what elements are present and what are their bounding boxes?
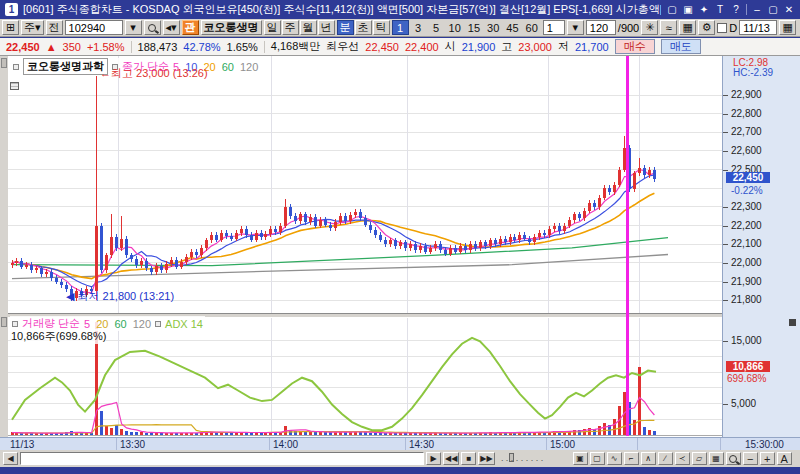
price-axis-tick: 21,800 <box>731 294 762 305</box>
collapse-icon[interactable] <box>13 64 19 70</box>
price-change-pct: +1.58% <box>87 41 125 53</box>
open-price: 21,900 <box>462 41 496 53</box>
play-button[interactable]: ▶ <box>426 452 441 465</box>
period-btn-년[interactable]: 년 <box>318 20 335 35</box>
stock-code-input[interactable]: 102940 <box>65 20 123 35</box>
draw-tool-icon-6[interactable]: ≺ <box>675 452 690 465</box>
volume-ma-5-label: 5 <box>84 318 90 330</box>
window-title: [0601] 주식종합차트 - KOSDAQ 외국인보유[450(천)] 주식수… <box>23 2 661 17</box>
grid-toggle-icon[interactable] <box>10 82 19 90</box>
period-btn-주[interactable]: 주 <box>282 20 299 35</box>
calendar-icon[interactable]: ▦ <box>779 20 796 35</box>
search-icon[interactable] <box>144 20 161 35</box>
app-window: 1 [0601] 주식종합차트 - KOSDAQ 외국인보유[450(천)] 주… <box>0 0 800 474</box>
draw-tool-icon-8[interactable]: ▦ <box>709 452 724 465</box>
chart-toolbar: ⊞ 주▾ 전 102940 ▾ ◂▾ 관 코오롱생명 일주월년 분초틱 1351… <box>0 19 800 37</box>
maximize-button[interactable]: ▢ <box>767 4 779 15</box>
collapse-icon[interactable] <box>12 321 18 327</box>
draw-tool-icon-7[interactable]: ▱ <box>692 452 707 465</box>
minute-btn-5[interactable]: 5 <box>428 20 445 35</box>
volume-axis-menu-icon[interactable] <box>789 319 796 326</box>
chart-cursor-line[interactable] <box>626 56 629 436</box>
window-control-icon[interactable]: T <box>714 4 726 15</box>
save-icon[interactable]: ▦ <box>679 20 696 35</box>
freq-btn-초[interactable]: 초 <box>355 20 372 35</box>
stop-button[interactable]: ■ <box>461 452 476 465</box>
window-control-icon[interactable]: ▣ <box>682 4 694 15</box>
current-volume-marker-pct: 699.68% <box>727 373 766 384</box>
forward-button[interactable]: ▶▶ <box>478 452 494 465</box>
panel-handle-price[interactable] <box>1 58 7 68</box>
window-control-icon[interactable]: ✦ <box>698 4 710 15</box>
minute-btn-1[interactable]: 1 <box>392 20 409 35</box>
left-arrow-icon: ← <box>100 67 111 79</box>
window-control-icon[interactable]: ? <box>730 4 742 15</box>
watchlist-button[interactable]: 관 <box>182 20 199 35</box>
window-bottom-border <box>0 467 800 474</box>
volume-ma-120-label: 120 <box>133 318 151 330</box>
minute-btn-30[interactable]: 30 <box>484 20 502 35</box>
minimize-button[interactable]: – <box>751 4 763 15</box>
d-checkbox-label: D <box>729 22 737 34</box>
freq-btn-분[interactable]: 분 <box>337 20 354 35</box>
price-axis-tick: 22,800 <box>731 108 762 119</box>
zoom-tool-icon[interactable] <box>726 452 741 465</box>
scroll-left-button[interactable]: ◀ <box>3 452 18 465</box>
bar-count-input[interactable]: 120 <box>586 20 616 35</box>
rewind-button[interactable]: ◀◀ <box>443 452 459 465</box>
window-control-separator <box>746 4 747 15</box>
period-btn-월[interactable]: 월 <box>300 20 317 35</box>
date-input[interactable]: 11/13 <box>739 20 777 35</box>
window-controls: ▢▣✦T?–▢✕ <box>666 4 795 15</box>
legend-stock-name: 코오롱생명과학 <box>23 58 108 75</box>
price-ma-120-label: 120 <box>240 61 258 73</box>
draw-tool-icon-0[interactable]: ▣ <box>573 452 588 465</box>
settings-gear-icon[interactable]: ⚙ <box>698 20 715 35</box>
window-control-icon[interactable]: ▢ <box>666 4 678 15</box>
interval-spinner[interactable]: ▾ <box>567 20 584 35</box>
chart-scrollbar-track[interactable] <box>20 452 424 465</box>
indicator-icon[interactable]: ✳ <box>641 20 658 35</box>
buy-button[interactable]: 매수 <box>615 39 655 54</box>
period-btn-일[interactable]: 일 <box>264 20 281 35</box>
draw-tool-icon-5[interactable]: ∕ <box>658 452 673 465</box>
current-price: 22,450 <box>6 41 40 53</box>
turnover-pct: 42.78% <box>183 41 220 53</box>
draw-tool-icon-1[interactable]: ▢ <box>590 452 605 465</box>
stock-nav-button[interactable]: ◂▾ <box>163 20 180 35</box>
volume-axis-tick: 5,000 <box>731 398 756 409</box>
bar-width-slider[interactable]: ········· <box>501 452 567 465</box>
stock-type-combo[interactable]: 주▾ <box>21 20 44 35</box>
minute-btn-3[interactable]: 3 <box>410 20 427 35</box>
prev-day-button[interactable]: 전 <box>46 20 63 35</box>
low-price: 21,700 <box>575 41 609 53</box>
draw-tool-icon-4[interactable]: ∧ <box>641 452 656 465</box>
close-button[interactable]: ✕ <box>783 4 795 15</box>
minute-btn-10[interactable]: 10 <box>446 20 464 35</box>
minute-btn-45[interactable]: 45 <box>503 20 521 35</box>
minute-btn-15[interactable]: 15 <box>465 20 483 35</box>
price-change: 350 <box>63 41 81 53</box>
minute-btn-60[interactable]: 60 <box>523 20 541 35</box>
slider-track-dots: ········· <box>501 455 567 465</box>
chart-plot: 코오롱생명과학 종가 단순 5102060120 ←최고 23,000 (13:… <box>8 56 722 437</box>
sell-button[interactable]: 매도 <box>661 39 701 54</box>
auto-scale-button[interactable]: A <box>777 452 792 465</box>
code-dropdown-icon[interactable]: ▾ <box>125 20 142 35</box>
compare-icon[interactable]: ≈ <box>660 20 677 35</box>
zoom-in-button[interactable]: + <box>760 452 775 465</box>
stock-name-box[interactable]: 코오롱생명 <box>201 20 262 35</box>
zoom-out-button[interactable]: − <box>743 452 758 465</box>
adx-legend-label: ADX 14 <box>165 318 203 330</box>
d-checkbox[interactable] <box>717 23 727 33</box>
price-axis-tick: 22,700 <box>731 126 762 137</box>
best-quote-label: 최우선 <box>326 39 359 54</box>
draw-tool-icon-2[interactable]: ∿ <box>607 452 622 465</box>
freq-btn-틱[interactable]: 틱 <box>373 20 390 35</box>
panel-handle-volume[interactable] <box>1 317 7 327</box>
draw-tool-icon-3[interactable]: ⌐ <box>624 452 639 465</box>
interval-input[interactable]: 1 <box>543 20 565 35</box>
dock-icon[interactable]: ⊞ <box>2 20 19 35</box>
price-axis-tick: 21,900 <box>731 276 762 287</box>
collapse-icon[interactable] <box>155 321 161 327</box>
